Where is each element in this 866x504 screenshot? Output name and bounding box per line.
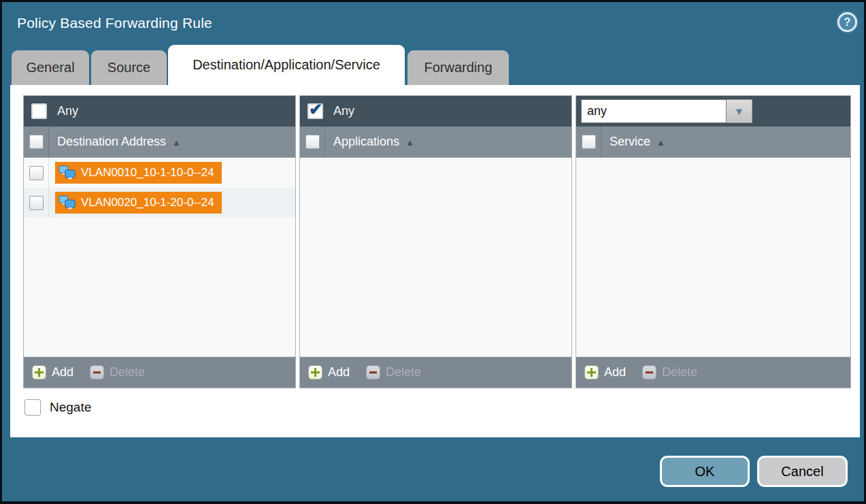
add-plus-icon	[584, 365, 599, 380]
service-select-all-checkbox[interactable]	[582, 135, 596, 149]
applications-column-header-cell[interactable]: Applications	[325, 127, 414, 157]
destination-delete-button[interactable]: Delete	[90, 365, 145, 380]
destination-address-chip[interactable]: VLAN0010_10-1-10-0--24	[55, 162, 222, 184]
tab-general-label: General	[26, 60, 74, 75]
destination-any-checkbox[interactable]	[31, 103, 47, 119]
applications-delete-label: Delete	[386, 365, 421, 380]
tab-general[interactable]: General	[12, 50, 89, 85]
tab-source[interactable]: Source	[91, 50, 167, 85]
applications-column-header: Applications	[300, 127, 571, 158]
destination-column-header: Destination Address	[24, 127, 295, 158]
sort-ascending-icon	[656, 135, 665, 149]
destination-delete-label: Delete	[110, 365, 145, 380]
service-list	[576, 158, 850, 357]
network-address-icon	[59, 165, 76, 180]
service-add-button[interactable]: Add	[584, 365, 626, 380]
service-delete-button[interactable]: Delete	[642, 365, 697, 380]
destination-toolbar: Add Delete	[24, 357, 295, 388]
tab-destination-application-service[interactable]: Destination/Application/Service	[168, 45, 405, 85]
destination-row[interactable]: VLAN0010_10-1-10-0--24	[24, 158, 295, 188]
destination-row-checkbox[interactable]	[29, 196, 44, 210]
tab-forwarding-label: Forwarding	[424, 60, 492, 75]
applications-any-checkbox[interactable]	[307, 103, 323, 119]
applications-delete-button[interactable]: Delete	[366, 365, 421, 380]
ok-button-label: OK	[695, 464, 715, 480]
applications-add-label: Add	[328, 365, 350, 380]
cancel-button-label: Cancel	[781, 464, 823, 480]
service-panel: Service Add Delete	[576, 95, 851, 388]
add-plus-icon	[308, 365, 322, 380]
destination-any-bar: Any	[24, 96, 295, 127]
tab-forwarding[interactable]: Forwarding	[407, 50, 509, 85]
pbf-rule-dialog: Policy Based Forwarding Rule General Sou…	[2, 2, 864, 501]
destination-any-label: Any	[57, 104, 78, 118]
dialog-title: Policy Based Forwarding Rule	[17, 15, 212, 31]
tab-das-label: Destination/Application/Service	[193, 57, 380, 73]
destination-row-checkbox[interactable]	[29, 166, 44, 180]
destination-column-label: Destination Address	[57, 135, 166, 149]
service-any-bar	[576, 96, 850, 127]
delete-minus-icon	[642, 365, 656, 380]
destination-row[interactable]: VLAN0020_10-1-20-0--24	[24, 188, 295, 218]
negate-checkbox[interactable]	[24, 399, 41, 416]
sort-ascending-icon	[405, 135, 414, 149]
delete-minus-icon	[366, 365, 380, 380]
sort-ascending-icon	[172, 135, 181, 149]
applications-column-label: Applications	[333, 135, 399, 149]
tab-source-label: Source	[107, 60, 150, 75]
destination-panel: Any Destination Address VLAN0010_	[23, 95, 296, 388]
destination-address-label: VLAN0010_10-1-10-0--24	[81, 166, 214, 180]
service-delete-label: Delete	[662, 365, 697, 380]
destination-select-all-checkbox[interactable]	[29, 135, 44, 149]
applications-select-all-checkbox[interactable]	[305, 135, 320, 149]
applications-panel: Any Applications Add Delete	[299, 95, 572, 388]
service-column-header-cell[interactable]: Service	[601, 127, 665, 157]
applications-list	[300, 158, 571, 357]
destination-list: VLAN0010_10-1-10-0--24 VLAN0020_10-1-20-…	[24, 158, 295, 357]
ok-button[interactable]: OK	[660, 456, 750, 487]
service-column-header: Service	[576, 127, 850, 158]
cancel-button[interactable]: Cancel	[757, 456, 848, 487]
service-column-label: Service	[610, 135, 650, 149]
applications-any-label: Any	[333, 104, 354, 118]
service-toolbar: Add Delete	[576, 357, 850, 388]
destination-add-label: Add	[52, 365, 73, 380]
applications-toolbar: Add Delete	[300, 357, 571, 388]
add-plus-icon	[32, 365, 46, 380]
applications-add-button[interactable]: Add	[308, 365, 350, 380]
help-icon[interactable]	[837, 12, 857, 32]
applications-any-bar: Any	[300, 96, 571, 127]
delete-minus-icon	[90, 365, 104, 380]
service-dropdown-input[interactable]	[581, 99, 727, 123]
negate-label: Negate	[50, 400, 91, 415]
destination-address-chip[interactable]: VLAN0020_10-1-20-0--24	[55, 192, 222, 214]
service-dropdown-button[interactable]	[727, 99, 752, 123]
negate-option: Negate	[24, 399, 91, 416]
network-address-icon	[59, 195, 76, 210]
destination-add-button[interactable]: Add	[32, 365, 73, 380]
service-add-label: Add	[604, 365, 626, 380]
destination-column-header-cell[interactable]: Destination Address	[49, 127, 181, 157]
destination-address-label: VLAN0020_10-1-20-0--24	[81, 196, 214, 209]
service-combo	[581, 99, 752, 123]
